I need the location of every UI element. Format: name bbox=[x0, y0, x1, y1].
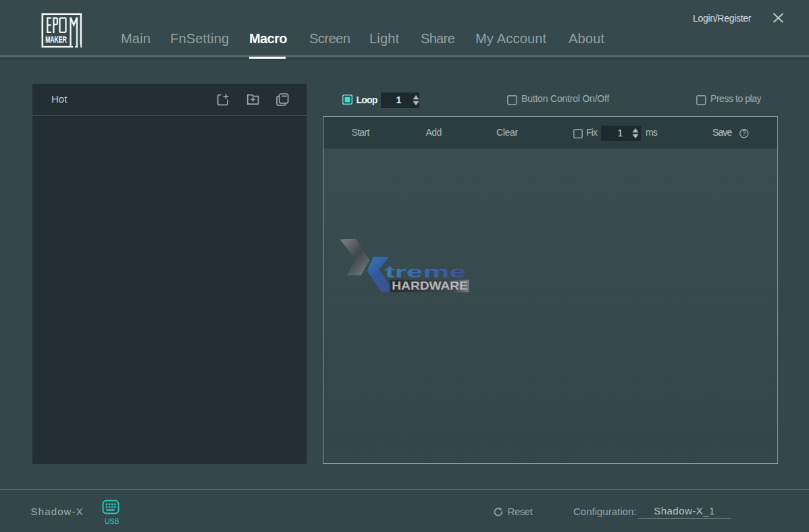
svg-text:HARDWARE: HARDWARE bbox=[392, 280, 468, 292]
svg-text:?: ? bbox=[742, 130, 746, 137]
svg-text:treme: treme bbox=[385, 263, 466, 281]
svg-text:MAKER: MAKER bbox=[45, 34, 67, 45]
